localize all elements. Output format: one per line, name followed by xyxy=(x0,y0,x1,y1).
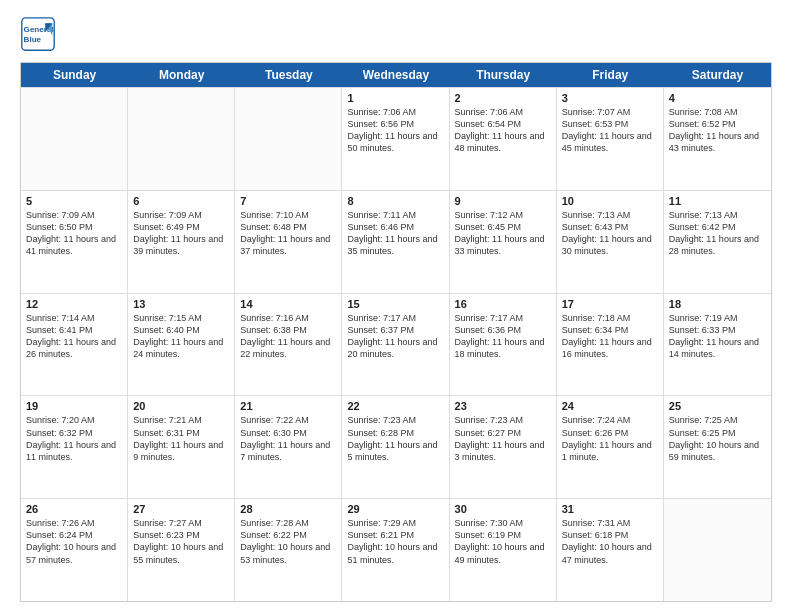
day-cell-6: 6Sunrise: 7:09 AM Sunset: 6:49 PM Daylig… xyxy=(128,191,235,293)
day-cell-12: 12Sunrise: 7:14 AM Sunset: 6:41 PM Dayli… xyxy=(21,294,128,396)
week-row-4: 26Sunrise: 7:26 AM Sunset: 6:24 PM Dayli… xyxy=(21,498,771,601)
day-info: Sunrise: 7:21 AM Sunset: 6:31 PM Dayligh… xyxy=(133,414,229,463)
day-info: Sunrise: 7:10 AM Sunset: 6:48 PM Dayligh… xyxy=(240,209,336,258)
day-info: Sunrise: 7:09 AM Sunset: 6:50 PM Dayligh… xyxy=(26,209,122,258)
day-info: Sunrise: 7:29 AM Sunset: 6:21 PM Dayligh… xyxy=(347,517,443,566)
day-cell-10: 10Sunrise: 7:13 AM Sunset: 6:43 PM Dayli… xyxy=(557,191,664,293)
day-number: 11 xyxy=(669,195,766,207)
week-row-0: 1Sunrise: 7:06 AM Sunset: 6:56 PM Daylig… xyxy=(21,87,771,190)
day-cell-4: 4Sunrise: 7:08 AM Sunset: 6:52 PM Daylig… xyxy=(664,88,771,190)
day-info: Sunrise: 7:28 AM Sunset: 6:22 PM Dayligh… xyxy=(240,517,336,566)
day-info: Sunrise: 7:31 AM Sunset: 6:18 PM Dayligh… xyxy=(562,517,658,566)
day-cell-20: 20Sunrise: 7:21 AM Sunset: 6:31 PM Dayli… xyxy=(128,396,235,498)
header-day-wednesday: Wednesday xyxy=(342,63,449,87)
header-day-thursday: Thursday xyxy=(450,63,557,87)
day-cell-15: 15Sunrise: 7:17 AM Sunset: 6:37 PM Dayli… xyxy=(342,294,449,396)
day-number: 5 xyxy=(26,195,122,207)
svg-text:Blue: Blue xyxy=(24,35,42,44)
day-number: 22 xyxy=(347,400,443,412)
day-cell-27: 27Sunrise: 7:27 AM Sunset: 6:23 PM Dayli… xyxy=(128,499,235,601)
day-cell-16: 16Sunrise: 7:17 AM Sunset: 6:36 PM Dayli… xyxy=(450,294,557,396)
day-cell-9: 9Sunrise: 7:12 AM Sunset: 6:45 PM Daylig… xyxy=(450,191,557,293)
logo: General Blue xyxy=(20,16,60,52)
day-number: 13 xyxy=(133,298,229,310)
week-row-3: 19Sunrise: 7:20 AM Sunset: 6:32 PM Dayli… xyxy=(21,395,771,498)
day-cell-1: 1Sunrise: 7:06 AM Sunset: 6:56 PM Daylig… xyxy=(342,88,449,190)
day-info: Sunrise: 7:07 AM Sunset: 6:53 PM Dayligh… xyxy=(562,106,658,155)
day-number: 18 xyxy=(669,298,766,310)
day-cell-13: 13Sunrise: 7:15 AM Sunset: 6:40 PM Dayli… xyxy=(128,294,235,396)
day-number: 8 xyxy=(347,195,443,207)
day-info: Sunrise: 7:24 AM Sunset: 6:26 PM Dayligh… xyxy=(562,414,658,463)
day-info: Sunrise: 7:17 AM Sunset: 6:36 PM Dayligh… xyxy=(455,312,551,361)
day-number: 28 xyxy=(240,503,336,515)
day-number: 4 xyxy=(669,92,766,104)
calendar-body: 1Sunrise: 7:06 AM Sunset: 6:56 PM Daylig… xyxy=(21,87,771,601)
day-info: Sunrise: 7:18 AM Sunset: 6:34 PM Dayligh… xyxy=(562,312,658,361)
day-number: 30 xyxy=(455,503,551,515)
day-info: Sunrise: 7:25 AM Sunset: 6:25 PM Dayligh… xyxy=(669,414,766,463)
empty-cell xyxy=(128,88,235,190)
day-cell-3: 3Sunrise: 7:07 AM Sunset: 6:53 PM Daylig… xyxy=(557,88,664,190)
day-info: Sunrise: 7:23 AM Sunset: 6:28 PM Dayligh… xyxy=(347,414,443,463)
day-number: 16 xyxy=(455,298,551,310)
day-number: 15 xyxy=(347,298,443,310)
calendar: SundayMondayTuesdayWednesdayThursdayFrid… xyxy=(20,62,772,602)
day-number: 29 xyxy=(347,503,443,515)
day-info: Sunrise: 7:30 AM Sunset: 6:19 PM Dayligh… xyxy=(455,517,551,566)
day-number: 12 xyxy=(26,298,122,310)
day-number: 17 xyxy=(562,298,658,310)
day-cell-31: 31Sunrise: 7:31 AM Sunset: 6:18 PM Dayli… xyxy=(557,499,664,601)
header-day-sunday: Sunday xyxy=(21,63,128,87)
day-cell-23: 23Sunrise: 7:23 AM Sunset: 6:27 PM Dayli… xyxy=(450,396,557,498)
day-cell-18: 18Sunrise: 7:19 AM Sunset: 6:33 PM Dayli… xyxy=(664,294,771,396)
day-number: 6 xyxy=(133,195,229,207)
logo-icon: General Blue xyxy=(20,16,56,52)
day-info: Sunrise: 7:19 AM Sunset: 6:33 PM Dayligh… xyxy=(669,312,766,361)
day-info: Sunrise: 7:11 AM Sunset: 6:46 PM Dayligh… xyxy=(347,209,443,258)
header-day-friday: Friday xyxy=(557,63,664,87)
day-number: 9 xyxy=(455,195,551,207)
day-cell-7: 7Sunrise: 7:10 AM Sunset: 6:48 PM Daylig… xyxy=(235,191,342,293)
day-number: 19 xyxy=(26,400,122,412)
day-info: Sunrise: 7:14 AM Sunset: 6:41 PM Dayligh… xyxy=(26,312,122,361)
day-cell-5: 5Sunrise: 7:09 AM Sunset: 6:50 PM Daylig… xyxy=(21,191,128,293)
day-info: Sunrise: 7:09 AM Sunset: 6:49 PM Dayligh… xyxy=(133,209,229,258)
day-number: 7 xyxy=(240,195,336,207)
day-cell-28: 28Sunrise: 7:28 AM Sunset: 6:22 PM Dayli… xyxy=(235,499,342,601)
day-number: 26 xyxy=(26,503,122,515)
day-number: 21 xyxy=(240,400,336,412)
day-number: 20 xyxy=(133,400,229,412)
day-info: Sunrise: 7:20 AM Sunset: 6:32 PM Dayligh… xyxy=(26,414,122,463)
day-cell-29: 29Sunrise: 7:29 AM Sunset: 6:21 PM Dayli… xyxy=(342,499,449,601)
day-info: Sunrise: 7:23 AM Sunset: 6:27 PM Dayligh… xyxy=(455,414,551,463)
day-number: 24 xyxy=(562,400,658,412)
calendar-header: SundayMondayTuesdayWednesdayThursdayFrid… xyxy=(21,63,771,87)
day-cell-21: 21Sunrise: 7:22 AM Sunset: 6:30 PM Dayli… xyxy=(235,396,342,498)
day-number: 27 xyxy=(133,503,229,515)
day-cell-8: 8Sunrise: 7:11 AM Sunset: 6:46 PM Daylig… xyxy=(342,191,449,293)
day-info: Sunrise: 7:17 AM Sunset: 6:37 PM Dayligh… xyxy=(347,312,443,361)
day-cell-14: 14Sunrise: 7:16 AM Sunset: 6:38 PM Dayli… xyxy=(235,294,342,396)
day-info: Sunrise: 7:06 AM Sunset: 6:54 PM Dayligh… xyxy=(455,106,551,155)
day-number: 25 xyxy=(669,400,766,412)
week-row-2: 12Sunrise: 7:14 AM Sunset: 6:41 PM Dayli… xyxy=(21,293,771,396)
empty-cell xyxy=(235,88,342,190)
day-info: Sunrise: 7:15 AM Sunset: 6:40 PM Dayligh… xyxy=(133,312,229,361)
header: General Blue xyxy=(20,16,772,52)
header-day-monday: Monday xyxy=(128,63,235,87)
day-info: Sunrise: 7:13 AM Sunset: 6:43 PM Dayligh… xyxy=(562,209,658,258)
day-info: Sunrise: 7:08 AM Sunset: 6:52 PM Dayligh… xyxy=(669,106,766,155)
day-info: Sunrise: 7:06 AM Sunset: 6:56 PM Dayligh… xyxy=(347,106,443,155)
day-cell-19: 19Sunrise: 7:20 AM Sunset: 6:32 PM Dayli… xyxy=(21,396,128,498)
day-number: 10 xyxy=(562,195,658,207)
day-number: 23 xyxy=(455,400,551,412)
empty-cell xyxy=(21,88,128,190)
day-info: Sunrise: 7:27 AM Sunset: 6:23 PM Dayligh… xyxy=(133,517,229,566)
day-number: 3 xyxy=(562,92,658,104)
day-number: 31 xyxy=(562,503,658,515)
week-row-1: 5Sunrise: 7:09 AM Sunset: 6:50 PM Daylig… xyxy=(21,190,771,293)
day-info: Sunrise: 7:13 AM Sunset: 6:42 PM Dayligh… xyxy=(669,209,766,258)
day-cell-26: 26Sunrise: 7:26 AM Sunset: 6:24 PM Dayli… xyxy=(21,499,128,601)
day-cell-22: 22Sunrise: 7:23 AM Sunset: 6:28 PM Dayli… xyxy=(342,396,449,498)
